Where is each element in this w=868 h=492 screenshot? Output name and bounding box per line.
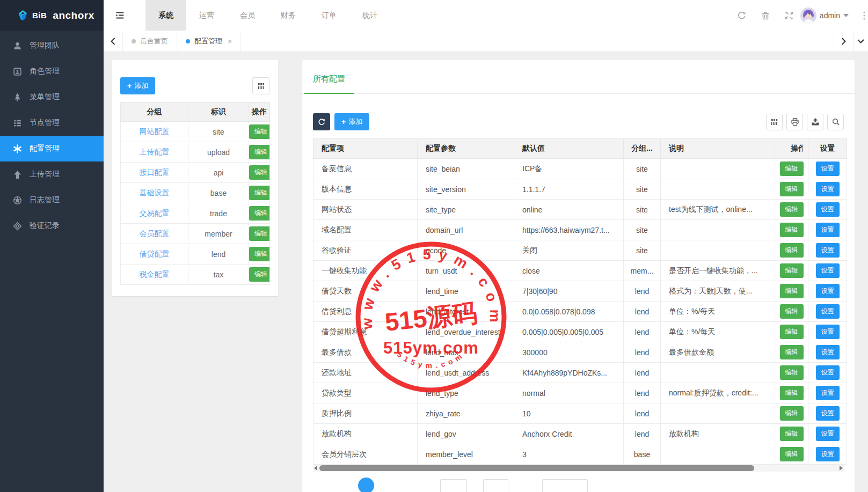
edit-button[interactable]: 编辑 xyxy=(780,447,804,461)
tab-配置管理[interactable]: 配置管理× xyxy=(177,31,241,52)
sidebar-item-节点管理[interactable]: 节点管理 xyxy=(0,110,104,136)
scroll-left-arrow-icon[interactable] xyxy=(313,465,318,472)
horizontal-scrollbar[interactable] xyxy=(313,465,844,472)
scrollbar-thumb[interactable] xyxy=(319,465,754,471)
settings-button[interactable]: 设置 xyxy=(816,182,840,196)
group-link[interactable]: 网站配置 xyxy=(140,127,170,136)
settings-button[interactable]: 设置 xyxy=(816,406,840,421)
pagination-size-select[interactable] xyxy=(542,479,588,492)
default-value-cell: 关闭 xyxy=(514,240,624,261)
edit-button[interactable]: 编辑 xyxy=(780,202,804,217)
edit-button[interactable]: 编辑 xyxy=(780,263,804,278)
sidebar-item-管理团队[interactable]: 管理团队 xyxy=(0,33,104,58)
edit-button[interactable]: 编辑 xyxy=(249,186,270,200)
settings-button[interactable]: 设置 xyxy=(816,304,840,319)
edit-button[interactable]: 编辑 xyxy=(780,386,804,400)
nav-item-财务[interactable]: 财务 xyxy=(268,0,309,31)
config-param-cell: zhiya_rate xyxy=(418,403,514,424)
search-button[interactable] xyxy=(827,114,844,130)
nav-item-系统[interactable]: 系统 xyxy=(145,0,186,31)
settings-button[interactable]: 设置 xyxy=(816,284,840,298)
sidebar-item-配置管理[interactable]: 配置管理 xyxy=(0,136,104,161)
scrollbar-track[interactable] xyxy=(318,465,838,471)
edit-button[interactable]: 编辑 xyxy=(780,365,804,380)
group-row-site: 网站配置site编辑 xyxy=(121,122,270,142)
pagination-go-button[interactable] xyxy=(483,479,508,492)
edit-button[interactable]: 编辑 xyxy=(249,145,270,159)
group-link[interactable]: 基础设置 xyxy=(140,188,170,197)
table-refresh-button[interactable] xyxy=(313,113,330,130)
refresh-icon[interactable] xyxy=(737,11,747,20)
sidebar-item-角色管理[interactable]: 角色管理 xyxy=(0,58,104,84)
nav-item-订单[interactable]: 订单 xyxy=(309,0,349,31)
group-link[interactable]: 会员配置 xyxy=(140,229,170,238)
edit-button[interactable]: 编辑 xyxy=(780,427,804,441)
note-cell xyxy=(661,240,775,261)
col-group: 分组... xyxy=(624,139,661,159)
edit-button[interactable]: 编辑 xyxy=(780,345,804,359)
config-item-cell: 备案信息 xyxy=(313,159,418,179)
edit-button[interactable]: 编辑 xyxy=(249,226,270,241)
settings-button[interactable]: 设置 xyxy=(816,345,840,359)
sidebar-item-菜单管理[interactable]: 菜单管理 xyxy=(0,84,104,110)
edit-button[interactable]: 编辑 xyxy=(780,304,804,319)
sidebar-item-label: 管理团队 xyxy=(30,41,60,50)
user-menu[interactable]: admin xyxy=(800,8,849,24)
tabs-scroll-left-button[interactable] xyxy=(104,31,123,52)
edit-button[interactable]: 编辑 xyxy=(249,267,270,282)
settings-button[interactable]: 设置 xyxy=(816,365,840,380)
scroll-right-arrow-icon[interactable] xyxy=(838,465,844,472)
edit-button[interactable]: 编辑 xyxy=(780,161,804,176)
group-link[interactable]: 交易配置 xyxy=(140,209,170,217)
trash-icon[interactable] xyxy=(761,11,770,20)
nav-item-会员[interactable]: 会员 xyxy=(227,0,268,31)
settings-button[interactable]: 设置 xyxy=(816,263,840,278)
more-dots-icon[interactable] xyxy=(863,11,866,20)
group-link[interactable]: 接口配置 xyxy=(140,168,170,177)
sidebar-item-验证记录[interactable]: 验证记录 xyxy=(0,213,104,239)
fullscreen-icon[interactable] xyxy=(784,11,794,20)
group-link[interactable]: 税金配置 xyxy=(140,270,170,278)
settings-button[interactable]: 设置 xyxy=(816,223,840,237)
tab-后台首页[interactable]: 后台首页 xyxy=(123,31,177,52)
edit-button[interactable]: 编辑 xyxy=(780,223,804,237)
tab-close-icon[interactable]: × xyxy=(228,37,232,46)
edit-button[interactable]: 编辑 xyxy=(780,182,804,196)
sidebar-collapse-button[interactable] xyxy=(104,0,136,31)
config-item-cell: 谷歌验证 xyxy=(313,240,418,261)
edit-button[interactable]: 编辑 xyxy=(780,406,804,421)
settings-button[interactable]: 设置 xyxy=(816,202,840,217)
settings-button[interactable]: 设置 xyxy=(816,161,840,176)
pagination-input[interactable] xyxy=(440,479,467,492)
group-link[interactable]: 借贷配置 xyxy=(140,249,170,258)
edit-button[interactable]: 编辑 xyxy=(780,284,804,298)
edit-button[interactable]: 编辑 xyxy=(249,247,270,261)
edit-button[interactable]: 编辑 xyxy=(249,206,270,221)
edit-button[interactable]: 编辑 xyxy=(249,124,270,139)
group-link[interactable]: 上传配置 xyxy=(140,148,170,156)
edit-button[interactable]: 编辑 xyxy=(780,243,804,258)
edit-button[interactable]: 编辑 xyxy=(780,325,804,339)
settings-button[interactable]: 设置 xyxy=(816,386,840,400)
group-columns-toggle-button[interactable] xyxy=(252,77,269,94)
nav-item-统计[interactable]: 统计 xyxy=(349,0,390,31)
settings-button[interactable]: 设置 xyxy=(816,447,840,461)
config-add-button[interactable]: + 添加 xyxy=(334,113,369,130)
sidebar-item-日志管理[interactable]: 日志管理 xyxy=(0,187,104,213)
export-button[interactable] xyxy=(807,114,823,130)
settings-button[interactable]: 设置 xyxy=(816,427,840,441)
nav-item-运营[interactable]: 运营 xyxy=(186,0,227,31)
group-add-button[interactable]: + 添加 xyxy=(120,77,155,94)
columns-toggle-button[interactable] xyxy=(766,114,783,130)
print-button[interactable] xyxy=(786,114,803,130)
sidebar-item-上传管理[interactable]: 上传管理 xyxy=(0,161,104,187)
settings-button[interactable]: 设置 xyxy=(816,325,840,339)
tab-all-configs[interactable]: 所有配置 xyxy=(304,63,354,94)
edit-button[interactable]: 编辑 xyxy=(249,165,270,180)
settings-button[interactable]: 设置 xyxy=(816,243,840,258)
pagination-page-1[interactable] xyxy=(358,478,374,492)
group-actions-cell: 编辑 xyxy=(249,265,270,285)
tabs-scroll-right-button[interactable] xyxy=(834,31,853,52)
default-value-cell: 1.1.1.7 xyxy=(514,179,624,200)
tabs-menu-button[interactable] xyxy=(853,31,868,52)
